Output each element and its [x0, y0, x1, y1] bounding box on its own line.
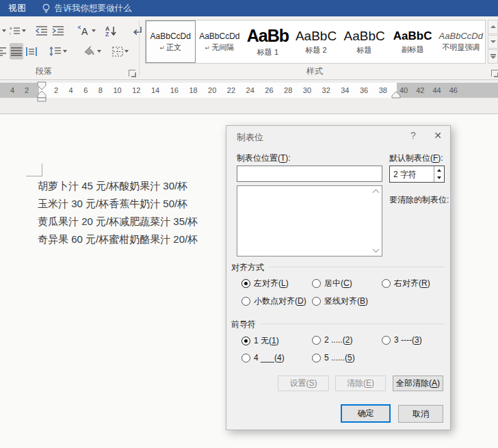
gallery-scroll-down-button[interactable] [488, 35, 498, 49]
style-preview: AaBbC [393, 29, 432, 43]
ruler-number: 14 [151, 86, 159, 94]
distribute-button[interactable] [25, 43, 38, 60]
style-item-heading2[interactable]: AaBbC 标题 2 [292, 21, 341, 63]
sort-button[interactable]: A Z [104, 23, 119, 39]
increase-indent-button[interactable] [51, 23, 66, 39]
cancel-button[interactable]: 取消 [398, 405, 443, 423]
radio-align-left[interactable]: 左对齐(L) [241, 278, 289, 289]
left-indent-marker [38, 98, 46, 101]
ruler-number: 30 [303, 86, 311, 94]
spinner-up-button[interactable] [434, 166, 444, 174]
radio-leader-dashes[interactable]: 3 ----(3) [382, 335, 422, 345]
align-justify-button[interactable] [10, 43, 23, 60]
ruler-number: 20 [208, 86, 216, 94]
radio-circle [241, 337, 250, 345]
style-name: 正文 [166, 43, 181, 51]
default-tab-spinner[interactable]: 2 字符 [389, 166, 445, 183]
svg-text:a: a [10, 26, 12, 30]
ribbon-tab-bar: 视图 告诉我你想要做什么 [0, 0, 498, 16]
clear-all-button[interactable]: 全部清除(A) [393, 375, 443, 391]
ruler-number: 24 [246, 86, 254, 94]
radio-leader-thick-dots[interactable]: 5 ......(5) [312, 353, 355, 363]
hanging-indent-marker [38, 91, 46, 98]
radio-circle [241, 354, 250, 363]
document-line: 黄瓜果汁 20 元/杯减肥蔬菜汁 35/杯 [38, 213, 198, 230]
radio-align-decimal[interactable]: 小数点对齐(D) [241, 295, 306, 307]
styles-gallery: AaBbCcDd ↵正文 AaBbCcDd ↵无间隔 AaBb 标题 1 AaB… [145, 20, 486, 64]
group-separator [139, 20, 140, 76]
ruler-left-margin: 42 [0, 83, 39, 98]
shading-button[interactable] [81, 43, 103, 60]
style-item-body[interactable]: AaBbCcDd ↵正文 [146, 21, 196, 63]
radio-align-bar[interactable]: 竖线对齐(B) [312, 295, 368, 307]
overflow-dropdown-caret[interactable] [0, 23, 7, 39]
text-boundary-cropmark [42, 163, 42, 176]
first-line-indent-marker [38, 82, 46, 90]
help-button[interactable]: ? [402, 126, 424, 145]
radio-circle [312, 336, 321, 345]
ok-button[interactable]: 确定 [341, 404, 391, 423]
borders-button[interactable] [111, 43, 130, 60]
style-name: 无间隔 [211, 43, 234, 51]
scroll-down-icon[interactable] [373, 246, 380, 253]
clear-button: 清除(E) [335, 375, 386, 391]
tab-position-input[interactable] [237, 166, 382, 182]
style-item-title[interactable]: AaBbC 标题 [340, 21, 389, 63]
document-line: 胡萝卜汁 45 元/杯酸奶果汁 30/杯 [38, 177, 198, 195]
line-spacing-button[interactable] [48, 43, 68, 60]
indent-markers[interactable] [37, 81, 47, 102]
lightbulb-icon [42, 3, 51, 14]
ruler-number: 4 [69, 86, 73, 94]
radio-align-center[interactable]: 居中(C) [312, 278, 352, 289]
triangle-down-icon [490, 40, 496, 43]
ruler-number: 16 [170, 86, 179, 94]
ruler-number: 34 [341, 86, 349, 94]
align-left-button[interactable] [0, 43, 8, 60]
right-indent-marker[interactable] [391, 91, 401, 98]
document-line: 玉米汁 30 元/杯香蕉牛奶汁 50/杯 [38, 195, 198, 213]
show-marks-button[interactable] [131, 23, 144, 39]
radio-circle [312, 297, 321, 306]
text-boundary-cropmark [26, 176, 42, 176]
numbering-button[interactable]: a i [8, 23, 27, 39]
ruler-number: 36 [360, 86, 368, 94]
scroll-up-icon[interactable] [373, 189, 380, 196]
style-item-subtle-emphasis[interactable]: AaBbCcDd 不明显强调 [436, 21, 485, 63]
tell-me-box[interactable]: 告诉我你想要做什么 [42, 3, 132, 14]
spinner-down-button[interactable] [434, 174, 444, 183]
style-preview: AaBbCcDd [199, 31, 239, 41]
ruler-number: 2 [25, 86, 29, 94]
document-text[interactable]: 胡萝卜汁 45 元/杯酸奶果汁 30/杯玉米汁 30 元/杯香蕉牛奶汁 50/杯… [38, 177, 198, 248]
style-name: 标题 1 [257, 47, 278, 57]
svg-text:A: A [81, 26, 88, 36]
radio-leader-underline[interactable]: 4 ___(4) [241, 353, 285, 363]
ruler-number: 42 [416, 86, 424, 94]
decrease-indent-button[interactable] [34, 23, 49, 39]
ruler-number: 2 [54, 86, 58, 94]
paragraph-dialog-launcher-icon[interactable] [129, 70, 135, 77]
asian-layout-button[interactable]: A [75, 23, 97, 39]
ruler-number: 8 [99, 86, 103, 94]
style-preview: AaBb [247, 26, 289, 46]
style-item-subtitle[interactable]: AaBbC 副标题 [389, 21, 437, 63]
radio-leader-dots[interactable]: 2 .....(2) [312, 335, 352, 345]
style-item-no-spacing[interactable]: AaBbCcDd ↵无间隔 [196, 21, 244, 63]
triangle-up-icon [437, 169, 441, 172]
ruler-number: 12 [132, 86, 140, 94]
style-preview: AaBbC [344, 29, 385, 44]
radio-leader-none[interactable]: 1 无(1) [241, 335, 279, 347]
tab-view[interactable]: 视图 [8, 3, 27, 14]
gallery-scroll-up-button[interactable] [488, 20, 498, 34]
radio-align-right[interactable]: 右对齐(R) [382, 278, 430, 289]
gallery-more-button[interactable] [488, 49, 498, 64]
ribbon: a i [0, 16, 498, 80]
styles-dialog-launcher-icon[interactable] [491, 70, 498, 77]
style-item-heading1[interactable]: AaBb 标题 1 [244, 21, 292, 63]
close-button[interactable]: ✕ [427, 126, 449, 145]
style-preview: AaBbC [296, 29, 337, 44]
radio-circle [241, 297, 250, 306]
ruler-number: 38 [379, 86, 387, 94]
ruler-text-area: 2468101214161820222426283032343638 [39, 83, 397, 98]
tab-stops-dialog: 制表位 ? ✕ 制表位位置(T): 默认制表位(F): 2 字符 要清除的制表位… [226, 125, 451, 430]
tab-position-listbox[interactable] [237, 185, 382, 256]
